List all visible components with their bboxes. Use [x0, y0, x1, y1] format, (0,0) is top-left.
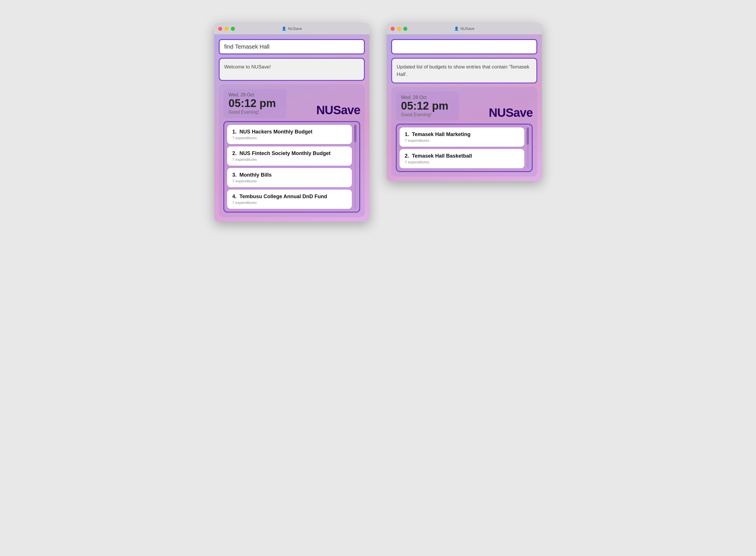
person-icon: 👤 — [282, 27, 286, 31]
budget-item-sub-1-2: 7 expenditures — [232, 157, 347, 162]
budget-item-sub-1-1: 7 expenditures — [232, 136, 347, 140]
response-box-1: Welcome to NUSave! — [219, 58, 365, 81]
minimize-button[interactable] — [225, 27, 229, 31]
budget-item-1-2[interactable]: 2. NUS Fintech Society Monthly Budget 7 … — [227, 146, 352, 166]
dashboard-1: Wed, 28 Oct 05:12 pm Good Evening! NUSav… — [219, 84, 365, 217]
budget-item-title-2-1: 1. Temasek Hall Marketing — [405, 132, 519, 138]
response-box-2: Updated list of budgets to show entries … — [391, 58, 537, 83]
window-1: 👤 NUSave Welcome to NUSave! Wed, 28 Oct … — [214, 23, 369, 222]
budget-item-title-1-3: 3. Monthly Bills — [232, 172, 347, 178]
greeting-label-1: Good Evening! — [229, 110, 281, 115]
search-input-1[interactable] — [219, 39, 365, 55]
budget-item-sub-1-3: 7 expenditures — [232, 179, 347, 183]
date-label-2: Wed, 28 Oct — [401, 95, 454, 100]
budget-list-2: 1. Temasek Hall Marketing 7 expenditures… — [400, 128, 524, 168]
budget-list-container-1: 1. NUS Hackers Monthly Budget 7 expendit… — [223, 121, 360, 213]
budget-list-1: 1. NUS Hackers Monthly Budget 7 expendit… — [227, 125, 352, 209]
close-button[interactable] — [218, 27, 222, 31]
title-bar-2: 👤 NUSave — [387, 23, 542, 35]
greeting-label-2: Good Evening! — [401, 112, 454, 117]
budget-item-1-1[interactable]: 1. NUS Hackers Monthly Budget 7 expendit… — [227, 125, 352, 144]
scrollbar-track-1[interactable] — [354, 125, 356, 209]
budget-item-sub-2-2: 7 expenditures — [405, 160, 519, 164]
scrollbar-thumb-1[interactable] — [354, 125, 356, 142]
time-label-1: 05:12 pm — [229, 98, 281, 110]
app-name-1: NUSave — [316, 103, 360, 118]
budget-item-title-1-4: 4. Tembusu College Annual DnD Fund — [232, 194, 347, 200]
budget-item-sub-1-4: 7 expenditures — [232, 201, 347, 205]
mac-window-1: 👤 NUSave Welcome to NUSave! Wed, 28 Oct … — [214, 23, 369, 222]
search-input-2[interactable] — [391, 39, 537, 55]
budget-item-2-1[interactable]: 1. Temasek Hall Marketing 7 expenditures — [400, 128, 524, 147]
scrollbar-track-2[interactable] — [527, 128, 529, 168]
maximize-button-2[interactable] — [403, 27, 407, 31]
maximize-button[interactable] — [231, 27, 235, 31]
app-name-2: NUSave — [489, 106, 533, 121]
budget-item-title-2-2: 2. Temasek Hall Basketball — [405, 153, 519, 159]
window-2: 👤 NUSave Updated list of budgets to show… — [387, 23, 542, 181]
dashboard-header-1: Wed, 28 Oct 05:12 pm Good Evening! NUSav… — [223, 89, 360, 118]
date-time-block-1: Wed, 28 Oct 05:12 pm Good Evening! — [223, 89, 287, 118]
window-title-2: 👤 NUSave — [454, 27, 474, 31]
budget-item-title-1-2: 2. NUS Fintech Society Monthly Budget — [232, 150, 347, 157]
time-label-2: 05:12 pm — [401, 100, 454, 112]
minimize-button-2[interactable] — [397, 27, 401, 31]
title-bar-1: 👤 NUSave — [214, 23, 369, 35]
budget-item-title-1-1: 1. NUS Hackers Monthly Budget — [232, 129, 347, 135]
budget-item-2-2[interactable]: 2. Temasek Hall Basketball 7 expenditure… — [400, 149, 524, 168]
mac-window-2: 👤 NUSave Updated list of budgets to show… — [387, 23, 542, 181]
date-label-1: Wed, 28 Oct — [229, 92, 281, 98]
budget-item-sub-2-1: 7 expenditures — [405, 138, 519, 143]
traffic-lights-2 — [391, 27, 407, 31]
budget-item-1-4[interactable]: 4. Tembusu College Annual DnD Fund 7 exp… — [227, 189, 352, 209]
close-button-2[interactable] — [391, 27, 395, 31]
window-title-1: 👤 NUSave — [282, 27, 302, 31]
traffic-lights-1 — [218, 27, 235, 31]
budget-list-container-2: 1. Temasek Hall Marketing 7 expenditures… — [396, 124, 533, 172]
dashboard-header-2: Wed, 28 Oct 05:12 pm Good Evening! NUSav… — [396, 92, 533, 121]
budget-item-1-3[interactable]: 3. Monthly Bills 7 expenditures — [227, 168, 352, 187]
window-content-1: Welcome to NUSave! Wed, 28 Oct 05:12 pm … — [214, 35, 369, 222]
date-time-block-2: Wed, 28 Oct 05:12 pm Good Evening! — [396, 92, 459, 121]
dashboard-2: Wed, 28 Oct 05:12 pm Good Evening! NUSav… — [391, 87, 537, 177]
person-icon-2: 👤 — [454, 27, 459, 31]
scrollbar-thumb-2[interactable] — [527, 128, 529, 145]
window-content-2: Updated list of budgets to show entries … — [387, 35, 542, 181]
